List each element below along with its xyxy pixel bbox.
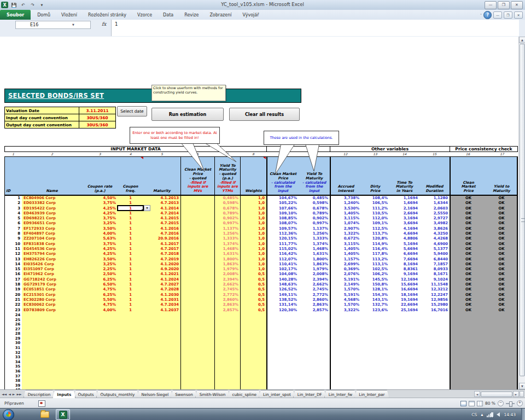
grid-cell[interactable]: 5,50% [82, 298, 118, 302]
valuation-date-row[interactable]: Valuation Date 3.11.2011 [5, 107, 115, 114]
grid-cell[interactable] [450, 360, 486, 365]
grid-cell[interactable] [22, 388, 82, 389]
grid-cell[interactable] [299, 322, 330, 327]
grid-cell[interactable] [22, 341, 82, 346]
grid-cell[interactable] [450, 383, 486, 388]
grid-cell[interactable]: 3,1694 [389, 216, 419, 221]
grid-cell[interactable]: 3,75% [82, 242, 118, 247]
grid-cell[interactable]: 12,1694 [389, 277, 419, 282]
grid-cell[interactable]: 1,800% [299, 257, 330, 262]
grid-cell[interactable]: OK [450, 201, 486, 206]
grid-cell[interactable] [389, 388, 419, 389]
column-header[interactable]: Coupon freq. [118, 156, 143, 196]
grid-cell[interactable]: 108,4% [361, 196, 389, 201]
grid-cell[interactable] [82, 360, 118, 365]
grid-cell[interactable] [486, 378, 518, 383]
grid-cell[interactable] [330, 318, 361, 323]
grid-cell[interactable]: 113,7% [361, 231, 389, 236]
grid-cell[interactable] [240, 313, 266, 318]
grid-cell[interactable]: 154,3% [361, 293, 389, 298]
grid-cell[interactable]: 1 [118, 236, 143, 241]
grid-cell[interactable] [180, 346, 214, 351]
macro-record-icon[interactable] [38, 400, 45, 407]
zoom-out-icon[interactable]: − [498, 400, 504, 406]
grid-cell[interactable] [450, 346, 486, 351]
grid-cell[interactable]: 1 [118, 226, 143, 231]
scroll-up-icon[interactable]: ▲ [519, 37, 525, 43]
prev-sheet-icon[interactable]: ◄ [8, 392, 11, 396]
grid-cell[interactable] [180, 360, 214, 365]
column-header[interactable]: Dirty Price [361, 156, 389, 196]
sheet-tab-lin_inter_df[interactable]: Lin_Inter_DF [293, 390, 326, 398]
grid-cell[interactable] [240, 388, 266, 389]
grid-cell[interactable]: 4,00% [82, 308, 118, 313]
grid-cell[interactable] [143, 346, 180, 351]
grid-cell[interactable] [180, 226, 214, 231]
grid-cell[interactable] [389, 336, 419, 341]
grid-cell[interactable] [180, 282, 214, 287]
insert-function-icon[interactable]: fx [102, 21, 106, 27]
grid-cell[interactable] [419, 388, 450, 389]
grid-cell[interactable] [361, 374, 389, 379]
grid-cell[interactable]: 1,405% [330, 247, 361, 252]
grid-cell[interactable] [214, 378, 240, 383]
grid-cell[interactable]: 4,00% [82, 231, 118, 236]
grid-cell[interactable]: 114,9% [361, 242, 389, 247]
grid-cell[interactable]: 5,6694 [389, 247, 419, 252]
grid-cell[interactable]: 2,745% [214, 287, 240, 292]
grid-cell[interactable]: 4.1.2031 [143, 298, 180, 302]
grid-cell[interactable]: OK [486, 247, 518, 252]
grid-cell[interactable] [22, 378, 82, 383]
grid-cell[interactable] [486, 327, 518, 332]
grid-cell[interactable]: 3,6694 [389, 221, 419, 226]
grid-cell[interactable]: 0,485% [299, 196, 330, 201]
grid-cell[interactable] [361, 336, 389, 341]
grid-cell[interactable] [266, 341, 299, 346]
grid-cell[interactable] [118, 383, 143, 388]
grid-cell[interactable] [214, 318, 240, 323]
grid-cell[interactable] [82, 313, 118, 318]
grid-cell[interactable] [118, 318, 143, 323]
grid-cell[interactable]: OK [486, 236, 518, 241]
grid-cell[interactable]: 7,1857 [419, 262, 450, 267]
grid-cell[interactable] [180, 298, 214, 302]
tray-expand-icon[interactable]: ▲ [481, 413, 483, 416]
grid-cell[interactable]: 1 [118, 277, 143, 282]
grid-cell[interactable] [240, 318, 266, 323]
grid-cell[interactable] [389, 341, 419, 346]
grid-cell[interactable]: 1 [118, 267, 143, 272]
grid-cell[interactable]: OK [486, 252, 518, 256]
grid-cell[interactable]: 1,631% [214, 252, 240, 256]
grid-cell[interactable] [82, 388, 118, 389]
grid-cell[interactable] [143, 383, 180, 388]
grid-cell[interactable]: 21 [4, 298, 22, 302]
grid-cell[interactable] [214, 360, 240, 365]
grid-cell[interactable]: 25 [4, 318, 22, 323]
grid-cell[interactable] [486, 331, 518, 336]
grid-cell[interactable] [143, 360, 180, 365]
grid-cell[interactable] [240, 341, 266, 346]
grid-cell[interactable] [486, 336, 518, 341]
grid-cell[interactable]: 2,9727 [419, 216, 450, 221]
grid-cell[interactable]: 1,405% [330, 211, 361, 216]
grid-cell[interactable]: 0,5 [240, 298, 266, 302]
grid-cell[interactable] [330, 355, 361, 360]
grid-cell[interactable]: 5,191% [330, 293, 361, 298]
grid-cell[interactable]: 2,5550 [419, 211, 450, 216]
grid-cell[interactable]: 1,0 [240, 231, 266, 236]
grid-cell[interactable]: 22,6694 [389, 302, 419, 307]
grid-cell[interactable]: 16,6694 [389, 287, 419, 292]
grid-cell[interactable]: 4.7.2027 [143, 282, 180, 287]
grid-cell[interactable]: 9 [4, 236, 22, 241]
grid-cell[interactable]: OK [486, 302, 518, 307]
grid-cell[interactable] [180, 355, 214, 360]
grid-cell[interactable] [299, 383, 330, 388]
grid-cell[interactable]: 0,997% [299, 221, 330, 226]
grid-cell[interactable] [143, 369, 180, 374]
grid-cell[interactable]: 15,6694 [389, 282, 419, 287]
grid-cell[interactable] [180, 336, 214, 341]
grid-cell[interactable]: 19 [4, 287, 22, 292]
grid-cell[interactable]: OK [486, 196, 518, 201]
grid-cell[interactable] [450, 351, 486, 355]
grid-cell[interactable]: OK [450, 282, 486, 287]
